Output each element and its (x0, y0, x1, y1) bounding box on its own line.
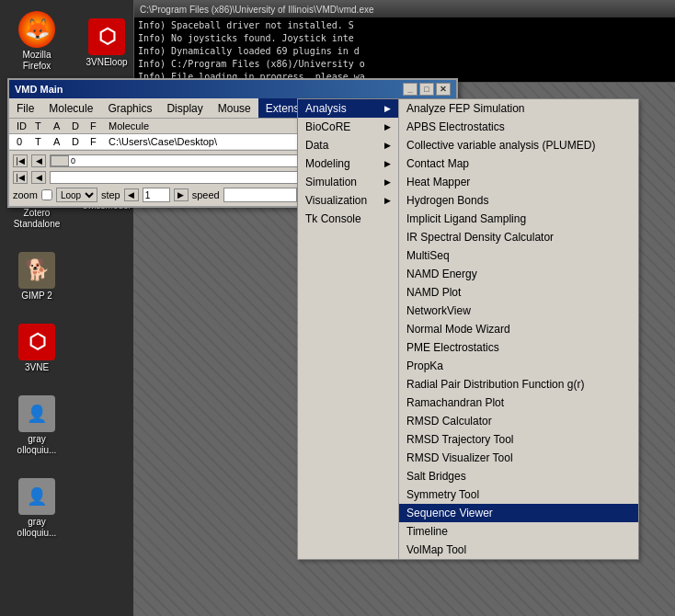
gray-mol2-icon: 👤 (18, 478, 55, 515)
firefox-label: MozillaFirefox (22, 50, 51, 72)
analysis-rmsd-calc[interactable]: RMSD Calculator (399, 412, 638, 430)
analysis-volmap[interactable]: VolMap Tool (399, 541, 638, 559)
submenu-biocore-arrow: ▶ (384, 122, 391, 131)
speed-label: speed (192, 189, 220, 200)
vmd-3vneloop-label: 3VNEloop (86, 57, 127, 68)
col-header-d: D (68, 120, 86, 131)
vmd-3vneloop-icon: ⬡ (88, 18, 125, 55)
submenu-modeling[interactable]: Modeling ▶ (298, 154, 398, 173)
step-input[interactable] (143, 188, 170, 202)
menu-display[interactable]: Display (159, 98, 210, 118)
nav-btn-prev3[interactable]: ◀ (31, 171, 46, 184)
row-t: T (31, 136, 50, 147)
row-f: F (86, 136, 105, 147)
submenu-visualization-arrow: ▶ (384, 196, 391, 205)
gray-mol-icon: 👤 (18, 395, 55, 432)
vmd-minimize-btn[interactable]: _ (403, 83, 418, 96)
analysis-namd-plot[interactable]: NAMD Plot (399, 283, 638, 302)
desktop-icon-firefox[interactable]: 🦊 MozillaFirefox (7, 7, 66, 75)
analysis-namd-energy[interactable]: NAMD Energy (399, 265, 638, 283)
desktop-icon-3vneloop[interactable]: ⬡ 3VNEloop (77, 15, 136, 72)
nav-btn-prev-start[interactable]: |◀ (13, 154, 28, 167)
nav-btn-prev2[interactable]: |◀ (13, 171, 28, 184)
row-a: A (50, 136, 68, 147)
analysis-ir-spectral[interactable]: IR Spectral Density Calculator (399, 228, 638, 246)
analysis-implicit-ligand[interactable]: Implicit Ligand Sampling (399, 210, 638, 228)
submenu-data-arrow: ▶ (384, 141, 391, 150)
submenu-analysis[interactable]: Analysis ▶ (298, 99, 398, 118)
step-label: step (101, 189, 120, 200)
analysis-ramachandran[interactable]: Ramachandran Plot (399, 394, 638, 412)
gimp-icon: 🐕 (18, 252, 55, 289)
terminal-titlebar: C:\Program Files (x86)\University of Ill… (134, 1, 675, 17)
submenu-tkconsole[interactable]: Tk Console (298, 210, 398, 228)
row-id: 0 (13, 136, 31, 147)
analysis-colvars[interactable]: Collective variable analysis (PLUMED) (399, 136, 638, 154)
gray-mol2-label: grayolloquiu... (17, 517, 57, 539)
desktop-icon-gimp[interactable]: 🐕 GIMP 2 (7, 248, 66, 305)
zoom-label: zoom (13, 189, 38, 200)
menu-molecule[interactable]: Molecule (41, 98, 100, 118)
vmd-titlebar: VMD Main _ □ ✕ (9, 80, 456, 98)
firefox-icon: 🦊 (18, 11, 55, 48)
analysis-rmsd-traj[interactable]: RMSD Trajectory Tool (399, 430, 638, 449)
analysis-rmsd-viz[interactable]: RMSD Visualizer Tool (399, 449, 638, 467)
analysis-multiseq[interactable]: MultiSeq (399, 246, 638, 265)
col-header-a: A (50, 120, 68, 131)
vmd-maximize-btn[interactable]: □ (419, 83, 434, 96)
step-increment[interactable]: ▶ (174, 188, 189, 201)
analysis-pme[interactable]: PME Electrostatics (399, 338, 638, 357)
vmd-close-btn[interactable]: ✕ (436, 83, 451, 96)
vmd-title: VMD Main (15, 84, 63, 95)
analysis-contactmap[interactable]: Contact Map (399, 154, 638, 173)
submenu-visualization[interactable]: Visualization ▶ (298, 191, 398, 210)
analysis-sequence-viewer[interactable]: Sequence Viewer (399, 504, 638, 522)
submenu-analysis-arrow: ▶ (384, 104, 391, 113)
vmd-3vne-label: 3VNE (25, 362, 49, 373)
zoom-checkbox[interactable] (41, 189, 52, 200)
analysis-heatmapper[interactable]: Heat Mapper (399, 173, 638, 191)
terminal-title: C:\Program Files (x86)\University of Ill… (140, 5, 374, 15)
vmd-title-buttons: _ □ ✕ (403, 83, 451, 96)
terminal-window: C:\Program Files (x86)\University of Ill… (133, 0, 675, 83)
step-decrement[interactable]: ◀ (124, 188, 139, 201)
speed-slider[interactable] (223, 188, 297, 202)
submenu-simulation-arrow: ▶ (384, 177, 391, 187)
terminal-line-2: Info) No joysticks found. Joystick inte (138, 32, 671, 45)
analysis-hbonds[interactable]: Hydrogen Bonds (399, 191, 638, 210)
analysis-fep[interactable]: Analyze FEP Simulation (399, 99, 638, 118)
gimp-label: GIMP 2 (21, 291, 52, 302)
analysis-rdf[interactable]: Radial Pair Distribution Function g(r) (399, 375, 638, 394)
desktop-icon-gray-mol2[interactable]: 👤 grayolloquiu... (7, 474, 66, 542)
desktop-icon-3vne[interactable]: ⬡ 3VNE (7, 320, 66, 377)
nav-btn-prev[interactable]: ◀ (31, 154, 46, 167)
analysis-apbs[interactable]: APBS Electrostatics (399, 118, 638, 136)
terminal-line-3: Info) Dynamically loaded 69 plugins in d (138, 45, 671, 58)
zotero-label: ZoteroStandalone (14, 208, 61, 230)
submenu-data[interactable]: Data ▶ (298, 136, 398, 154)
analysis-propka[interactable]: PropKa (399, 357, 638, 375)
analysis-networkview[interactable]: NetworkView (399, 302, 638, 320)
terminal-line-1: Info) Spaceball driver not installed. S (138, 19, 671, 32)
analysis-salt-bridges[interactable]: Salt Bridges (399, 467, 638, 485)
terminal-line-4: Info) C:/Program Files (x86)/University … (138, 58, 671, 71)
menu-graphics[interactable]: Graphics (100, 98, 159, 118)
submenu-modeling-arrow: ▶ (384, 159, 391, 168)
analysis-symmetry[interactable]: Symmetry Tool (399, 485, 638, 504)
menu-mouse[interactable]: Mouse (211, 98, 258, 118)
extensions-dropdown: Analysis ▶ BioCoRE ▶ Data ▶ Modeling ▶ S… (297, 98, 639, 560)
desktop-icon-gray-mol[interactable]: 👤 grayolloquiu... (7, 392, 66, 460)
submenu-biocore[interactable]: BioCoRE ▶ (298, 118, 398, 136)
analysis-normal-mode[interactable]: Normal Mode Wizard (399, 320, 638, 338)
gray-mol-label: grayolloquiu... (17, 434, 57, 456)
slider-thumb-1 (51, 155, 69, 166)
terminal-content: Info) Spaceball driver not installed. S … (134, 17, 675, 84)
analysis-timeline[interactable]: Timeline (399, 522, 638, 541)
menu-file[interactable]: File (9, 98, 41, 118)
analysis-submenu: Analyze FEP Simulation APBS Electrostati… (399, 99, 638, 559)
col-header-id: ID (13, 120, 31, 131)
loop-select[interactable]: Loop (56, 188, 97, 202)
extensions-submenu-left: Analysis ▶ BioCoRE ▶ Data ▶ Modeling ▶ S… (298, 99, 399, 559)
slider-value-1: 0 (71, 156, 75, 165)
submenu-simulation[interactable]: Simulation ▶ (298, 173, 398, 191)
